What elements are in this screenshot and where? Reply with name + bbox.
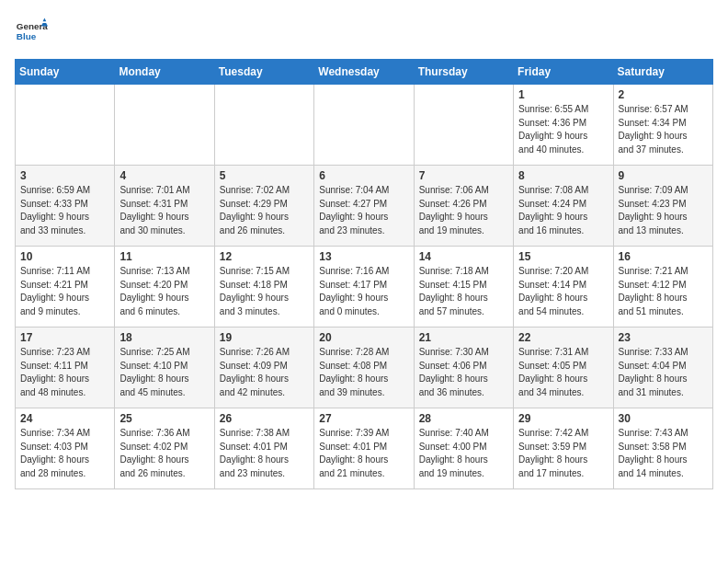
calendar-cell: 27Sunrise: 7:39 AM Sunset: 4:01 PM Dayli… [314,408,414,489]
calendar-header: SundayMondayTuesdayWednesdayThursdayFrid… [16,60,713,85]
day-number: 11 [119,250,209,263]
calendar-cell [214,85,313,166]
day-info: Sunrise: 7:38 AM Sunset: 4:01 PM Dayligh… [220,427,309,480]
day-number: 7 [419,169,508,182]
day-number: 23 [619,331,708,344]
day-number: 22 [518,331,608,344]
day-info: Sunrise: 7:16 AM Sunset: 4:17 PM Dayligh… [319,265,408,318]
day-number: 20 [319,331,408,344]
calendar-week-row: 1Sunrise: 6:55 AM Sunset: 4:36 PM Daylig… [16,85,713,166]
day-info: Sunrise: 7:30 AM Sunset: 4:06 PM Dayligh… [419,346,508,399]
calendar-cell: 9Sunrise: 7:09 AM Sunset: 4:23 PM Daylig… [613,166,712,247]
day-number: 21 [419,331,508,344]
logo: General Blue [15,15,48,48]
day-number: 19 [220,331,309,344]
day-info: Sunrise: 7:31 AM Sunset: 4:05 PM Dayligh… [518,346,608,399]
day-info: Sunrise: 7:28 AM Sunset: 4:08 PM Dayligh… [319,346,408,399]
day-number: 25 [119,412,209,425]
day-info: Sunrise: 7:25 AM Sunset: 4:10 PM Dayligh… [119,346,209,399]
day-number: 8 [518,169,608,182]
calendar-cell: 25Sunrise: 7:36 AM Sunset: 4:02 PM Dayli… [115,408,214,489]
day-info: Sunrise: 7:36 AM Sunset: 4:02 PM Dayligh… [119,427,209,480]
day-info: Sunrise: 7:39 AM Sunset: 4:01 PM Dayligh… [319,427,408,480]
calendar-cell: 28Sunrise: 7:40 AM Sunset: 4:00 PM Dayli… [414,408,513,489]
svg-text:Blue: Blue [17,31,37,41]
calendar-cell [16,85,115,166]
day-number: 2 [619,88,708,101]
day-number: 27 [319,412,408,425]
day-number: 16 [619,250,708,263]
day-number: 10 [20,250,109,263]
calendar-cell: 15Sunrise: 7:20 AM Sunset: 4:14 PM Dayli… [514,247,613,327]
calendar-cell: 10Sunrise: 7:11 AM Sunset: 4:21 PM Dayli… [16,247,115,327]
day-number: 4 [119,169,209,182]
calendar-cell: 29Sunrise: 7:42 AM Sunset: 3:59 PM Dayli… [514,408,613,489]
day-number: 12 [220,250,309,263]
day-number: 17 [20,331,109,344]
day-number: 5 [220,169,309,182]
calendar-cell: 26Sunrise: 7:38 AM Sunset: 4:01 PM Dayli… [214,408,313,489]
calendar-cell: 19Sunrise: 7:26 AM Sunset: 4:09 PM Dayli… [214,327,313,408]
day-info: Sunrise: 6:59 AM Sunset: 4:33 PM Dayligh… [20,184,109,237]
calendar-week-row: 3Sunrise: 6:59 AM Sunset: 4:33 PM Daylig… [16,166,713,247]
day-number: 24 [20,412,109,425]
day-number: 28 [419,412,508,425]
calendar-cell: 30Sunrise: 7:43 AM Sunset: 3:58 PM Dayli… [613,408,712,489]
day-info: Sunrise: 7:04 AM Sunset: 4:27 PM Dayligh… [319,184,408,237]
day-number: 15 [518,250,608,263]
day-info: Sunrise: 7:23 AM Sunset: 4:11 PM Dayligh… [20,346,109,399]
calendar-cell: 24Sunrise: 7:34 AM Sunset: 4:03 PM Dayli… [16,408,115,489]
calendar-cell [414,85,513,166]
day-info: Sunrise: 6:55 AM Sunset: 4:36 PM Dayligh… [518,103,608,156]
calendar-cell: 7Sunrise: 7:06 AM Sunset: 4:26 PM Daylig… [414,166,513,247]
weekday-header: Thursday [414,60,513,85]
logo-icon: General Blue [15,15,48,48]
day-info: Sunrise: 7:33 AM Sunset: 4:04 PM Dayligh… [619,346,708,399]
calendar-week-row: 24Sunrise: 7:34 AM Sunset: 4:03 PM Dayli… [16,408,713,489]
day-info: Sunrise: 7:01 AM Sunset: 4:31 PM Dayligh… [119,184,209,237]
day-info: Sunrise: 7:40 AM Sunset: 4:00 PM Dayligh… [419,427,508,480]
day-info: Sunrise: 7:13 AM Sunset: 4:20 PM Dayligh… [119,265,209,318]
day-number: 30 [619,412,708,425]
calendar-cell: 13Sunrise: 7:16 AM Sunset: 4:17 PM Dayli… [314,247,414,327]
calendar-cell: 3Sunrise: 6:59 AM Sunset: 4:33 PM Daylig… [16,166,115,247]
calendar-cell: 5Sunrise: 7:02 AM Sunset: 4:29 PM Daylig… [214,166,313,247]
day-info: Sunrise: 7:42 AM Sunset: 3:59 PM Dayligh… [518,427,608,480]
day-number: 3 [20,169,109,182]
day-number: 1 [518,88,608,101]
day-info: Sunrise: 7:43 AM Sunset: 3:58 PM Dayligh… [619,427,708,480]
day-info: Sunrise: 7:26 AM Sunset: 4:09 PM Dayligh… [220,346,309,399]
calendar-cell: 17Sunrise: 7:23 AM Sunset: 4:11 PM Dayli… [16,327,115,408]
day-number: 14 [419,250,508,263]
calendar-cell [314,85,414,166]
calendar-cell: 6Sunrise: 7:04 AM Sunset: 4:27 PM Daylig… [314,166,414,247]
calendar-cell: 14Sunrise: 7:18 AM Sunset: 4:15 PM Dayli… [414,247,513,327]
svg-text:General: General [17,21,48,31]
calendar-cell: 8Sunrise: 7:08 AM Sunset: 4:24 PM Daylig… [514,166,613,247]
calendar-cell: 2Sunrise: 6:57 AM Sunset: 4:34 PM Daylig… [613,85,712,166]
day-info: Sunrise: 7:11 AM Sunset: 4:21 PM Dayligh… [20,265,109,318]
day-info: Sunrise: 6:57 AM Sunset: 4:34 PM Dayligh… [619,103,708,156]
day-info: Sunrise: 7:02 AM Sunset: 4:29 PM Dayligh… [220,184,309,237]
day-info: Sunrise: 7:09 AM Sunset: 4:23 PM Dayligh… [619,184,708,237]
calendar-cell: 18Sunrise: 7:25 AM Sunset: 4:10 PM Dayli… [115,327,214,408]
day-info: Sunrise: 7:20 AM Sunset: 4:14 PM Dayligh… [518,265,608,318]
weekday-header: Wednesday [314,60,414,85]
calendar-cell: 12Sunrise: 7:15 AM Sunset: 4:18 PM Dayli… [214,247,313,327]
day-info: Sunrise: 7:06 AM Sunset: 4:26 PM Dayligh… [419,184,508,237]
weekday-header: Monday [115,60,214,85]
calendar-cell: 23Sunrise: 7:33 AM Sunset: 4:04 PM Dayli… [613,327,712,408]
calendar-cell: 22Sunrise: 7:31 AM Sunset: 4:05 PM Dayli… [514,327,613,408]
day-info: Sunrise: 7:34 AM Sunset: 4:03 PM Dayligh… [20,427,109,480]
calendar-cell [115,85,214,166]
weekday-header: Friday [514,60,613,85]
weekday-header: Sunday [16,60,115,85]
day-number: 18 [119,331,209,344]
calendar-week-row: 17Sunrise: 7:23 AM Sunset: 4:11 PM Dayli… [16,327,713,408]
day-info: Sunrise: 7:18 AM Sunset: 4:15 PM Dayligh… [419,265,508,318]
calendar-cell: 11Sunrise: 7:13 AM Sunset: 4:20 PM Dayli… [115,247,214,327]
svg-marker-2 [43,18,47,22]
calendar-table: SundayMondayTuesdayWednesdayThursdayFrid… [15,59,713,489]
calendar-cell: 1Sunrise: 6:55 AM Sunset: 4:36 PM Daylig… [514,85,613,166]
day-number: 29 [518,412,608,425]
